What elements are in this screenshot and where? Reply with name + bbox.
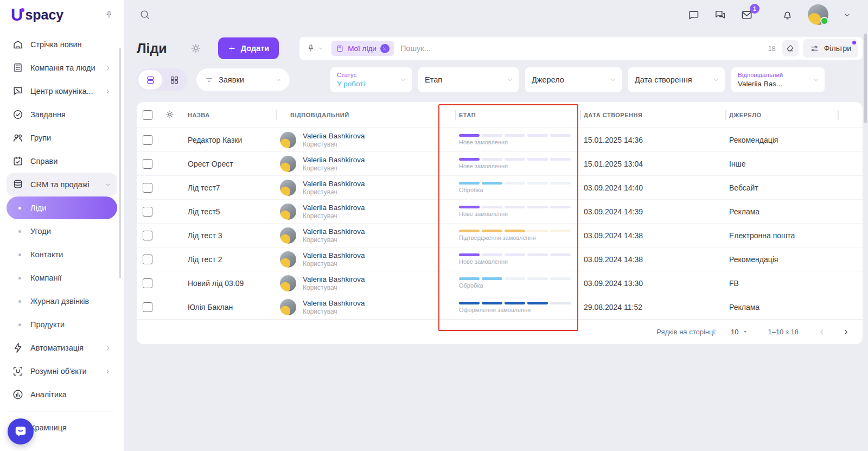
clear-filters-button[interactable] — [782, 40, 799, 56]
global-search-icon[interactable] — [139, 9, 151, 21]
remove-chip-button[interactable] — [380, 44, 390, 53]
table-row[interactable]: Лід тест7Valeriia BashkirovaКористувачОб… — [137, 176, 863, 200]
leads-settings-gear-icon[interactable] — [190, 42, 202, 54]
chevDown-icon — [104, 181, 112, 189]
sidebar-item[interactable]: Групи — [7, 126, 117, 149]
chevRight-icon — [104, 367, 112, 376]
row-checkbox[interactable] — [143, 135, 152, 145]
sidebar-item[interactable]: Центр комуніка... — [7, 80, 117, 103]
owner-cell: Valeriia BashkirovaКористувач — [277, 204, 456, 220]
sidebar-item[interactable]: Стрічка новин — [7, 33, 117, 56]
column-header-source[interactable]: ДЖЕРЕЛО — [726, 112, 863, 118]
chat-icon[interactable] — [687, 9, 700, 21]
sidebar-subitem[interactable]: Контакти — [7, 243, 117, 266]
profile-chevron-down-icon[interactable] — [843, 10, 852, 20]
filter-pill[interactable]: СтатусУ роботі — [330, 67, 412, 92]
sidebar-subitem[interactable]: Угоди — [7, 220, 117, 243]
stage-segment — [550, 253, 571, 256]
column-header-stage[interactable]: ЕТАП — [456, 112, 580, 118]
stage-label: Обробка — [459, 282, 571, 289]
row-checkbox[interactable] — [143, 159, 152, 169]
chevRight-icon — [104, 64, 112, 72]
lead-name[interactable]: Лід тест7 — [184, 183, 277, 192]
notifications-bell-icon[interactable] — [781, 9, 794, 21]
column-header-name[interactable]: НАЗВА — [184, 112, 277, 118]
table-row[interactable]: Новий лід 03.09Valeriia BashkirovaКорист… — [137, 271, 863, 295]
pin-search-control[interactable] — [306, 43, 324, 53]
columns-settings-gear-icon[interactable] — [165, 110, 175, 119]
sidebar-item[interactable]: Автоматизація — [7, 336, 117, 359]
select-all-checkbox[interactable] — [143, 110, 152, 120]
lead-name[interactable]: Новий лід 03.09 — [184, 279, 277, 288]
lead-source: Рекомендація — [726, 255, 863, 264]
row-checkbox[interactable] — [143, 231, 152, 240]
table-row[interactable]: Лід тест 2Valeriia BashkirovaКористувачН… — [137, 247, 863, 271]
owner-name: Valeriia Bashkirova — [303, 180, 365, 188]
saved-views-dropdown[interactable]: Заявки — [196, 68, 290, 91]
list-view-button[interactable] — [138, 70, 162, 90]
user-avatar[interactable] — [808, 4, 828, 25]
sidebar-item[interactable]: Розумні об'єкти — [7, 360, 117, 383]
window-scrollbar-thumb[interactable] — [864, 34, 867, 123]
chevDown-icon — [609, 76, 617, 84]
sidebar-item[interactable]: CRM та продажі — [7, 173, 117, 196]
avatar — [280, 227, 296, 244]
caret-down-icon — [741, 328, 749, 336]
row-checkbox[interactable] — [143, 183, 152, 193]
lead-name[interactable]: Лід тест 2 — [184, 255, 277, 264]
sidebar-subitem[interactable]: Продукти — [7, 313, 117, 336]
sidebar-item[interactable]: Аналітика — [7, 383, 117, 406]
row-checkbox[interactable] — [143, 278, 152, 288]
column-header-created[interactable]: ДАТА СТВОРЕННЯ — [580, 112, 726, 118]
stage-segment — [459, 134, 480, 137]
stage-segment — [550, 158, 571, 161]
stage-progress — [459, 230, 571, 232]
sidebar-item[interactable]: Компанія та люди — [7, 56, 117, 79]
sidebar-scrollbar[interactable] — [119, 48, 121, 278]
table-row[interactable]: Лід тест 3Valeriia BashkirovaКористувачП… — [137, 224, 863, 247]
owner-role: Користувач — [303, 236, 365, 244]
uspacy-logo[interactable]: Uspacy — [11, 7, 63, 23]
owner-name: Valeriia Bashkirova — [303, 156, 365, 164]
rows-per-page-select[interactable]: 10 — [731, 328, 749, 336]
row-checkbox[interactable] — [143, 207, 152, 217]
previous-page-button[interactable] — [817, 327, 827, 337]
sidebar-pin-icon[interactable] — [104, 10, 114, 20]
lead-name[interactable]: Лід тест 3 — [184, 231, 277, 240]
company-icon — [12, 62, 24, 74]
sidebar-subitem[interactable]: Компанії — [7, 266, 117, 289]
next-page-button[interactable] — [841, 327, 851, 337]
sidebar-item[interactable]: Завдання — [7, 103, 117, 126]
table-row[interactable]: Редактор КазкиValeriia BashkirovaКористу… — [137, 128, 863, 152]
search-input[interactable]: Пошук... — [400, 44, 431, 53]
sidebar-subitem[interactable]: Ліди — [7, 196, 117, 219]
table-row[interactable]: Орест ОрестValeriia BashkirovaКористувач… — [137, 152, 863, 176]
sidebar-item[interactable]: Справи — [7, 150, 117, 173]
group-chats-icon[interactable] — [714, 9, 726, 21]
add-button[interactable]: Додати — [218, 37, 279, 59]
stage-segment — [459, 302, 480, 304]
lead-name[interactable]: Орест Орест — [184, 160, 277, 168]
filter-pill[interactable]: Етап — [418, 67, 519, 92]
row-checkbox[interactable] — [143, 255, 152, 264]
grid-view-button[interactable] — [162, 70, 186, 90]
filter-pill[interactable]: ВідповідальнийValeriia Bas... — [731, 67, 825, 92]
support-chat-launcher[interactable] — [8, 418, 34, 444]
filter-pill[interactable]: Джерело — [525, 67, 622, 92]
sidebar-subitem[interactable]: Журнал дзвінків — [7, 290, 117, 313]
my-leads-filter-chip[interactable]: Мої ліди — [331, 41, 394, 56]
lead-name[interactable]: Редактор Казки — [184, 136, 277, 144]
bullet-icon — [18, 253, 21, 256]
row-checkbox[interactable] — [143, 302, 152, 312]
lead-source: FB — [726, 279, 863, 288]
table-row[interactable]: Юлія БакланValeriia BashkirovaКористувач… — [137, 295, 863, 319]
search-bar[interactable]: Мої ліди Пошук... 18 Фільтри — [299, 37, 863, 60]
filter-pill[interactable]: Дата створення — [628, 67, 725, 92]
pin-icon — [306, 43, 316, 53]
lead-name[interactable]: Юлія Баклан — [184, 303, 277, 312]
stage-segment — [505, 206, 525, 208]
column-header-owner[interactable]: ВІДПОВІДАЛЬНИЙ — [277, 112, 456, 118]
filters-button[interactable]: Фільтри — [803, 39, 858, 58]
lead-name[interactable]: Лід тест5 — [184, 207, 277, 216]
table-row[interactable]: Лід тест5Valeriia BashkirovaКористувачНо… — [137, 200, 863, 224]
